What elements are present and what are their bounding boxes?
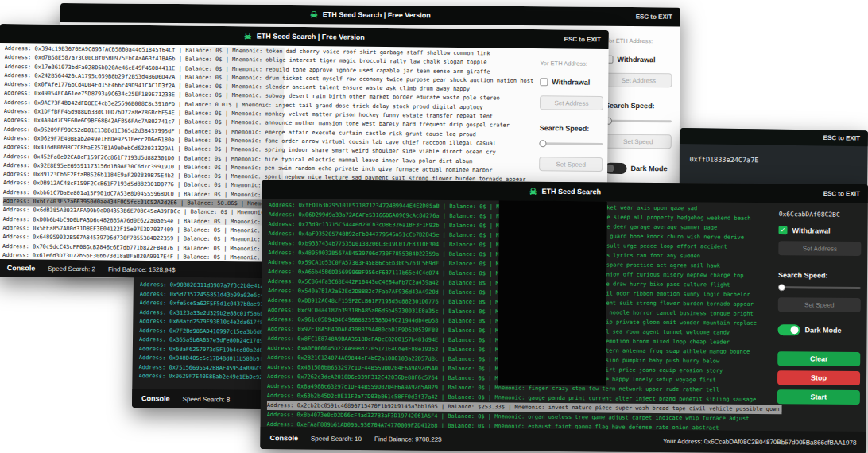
dark-mode-row: Dark Mode xyxy=(777,324,860,336)
speed-slider[interactable] xyxy=(778,284,861,292)
withdrawal-row: ✓ Withdrawal xyxy=(778,226,861,235)
eth-address-label: Yor ETH Address: xyxy=(606,37,672,45)
withdrawal-checkbox[interactable] xyxy=(540,78,548,86)
withdrawal-label: Withdrawal xyxy=(792,226,830,234)
speed-slider[interactable] xyxy=(539,140,603,148)
speed-search-status: Speed Search: 2 xyxy=(48,265,95,273)
esc-hint: ESC to EXIT xyxy=(823,134,860,142)
set-address-button[interactable]: Set Address xyxy=(778,241,861,256)
console-label: Console xyxy=(141,394,170,402)
window-title: ETH Seed Search xyxy=(542,188,602,196)
find-balance-value: 1528.94$ xyxy=(149,265,175,273)
titlebar-mini: ESC to EXIT xyxy=(680,128,868,146)
speed-search-value: 2 xyxy=(91,265,95,273)
withdrawal-row: Withdrawal xyxy=(540,78,603,87)
search-speed-label: Search Speed: xyxy=(605,102,672,110)
skull-logo-icon: ☠ xyxy=(244,32,252,41)
withdrawal-row: Withdrawal xyxy=(605,56,672,64)
slider-track xyxy=(605,120,672,123)
toggle-knob xyxy=(790,326,798,334)
window-title: ETH Seed Search | Free Version xyxy=(257,32,365,41)
console-bar-front: Console Speed Search: 10 Find Balance: 9… xyxy=(260,427,866,453)
withdrawal-label: Withdrawal xyxy=(617,56,655,64)
speed-search-status: Speed Search: 10 xyxy=(311,435,362,443)
withdrawal-label: Withdrawal xyxy=(552,78,590,87)
set-address-button[interactable]: Set Address xyxy=(605,73,672,88)
dark-mode-toggle[interactable] xyxy=(605,163,627,174)
titlebar-front: ☠ ETH Seed Search ESC to EXIT xyxy=(262,180,868,203)
dark-mode-toggle[interactable] xyxy=(777,324,800,335)
slider-track xyxy=(539,142,603,145)
speed-search-value: 10 xyxy=(355,435,362,442)
your-address-status: Your Address: 0x6CcabDAf08C2B04870Bb57d0… xyxy=(663,437,857,446)
sidebar-back: Yor ETH Address: Withdrawal Set Address … xyxy=(604,37,672,184)
slider-track xyxy=(778,286,861,289)
slider-knob[interactable] xyxy=(778,284,785,291)
titlebar-back: ☠ ETH Seed Search | Free Version ESC to … xyxy=(60,3,680,26)
window-title: ETH Seed Search | Free Version xyxy=(323,10,431,19)
slider-knob[interactable] xyxy=(539,140,546,147)
clear-button[interactable]: Clear xyxy=(777,351,860,366)
redacted-area xyxy=(498,200,607,385)
esc-hint: ESC to EXIT xyxy=(636,14,672,21)
set-speed-button[interactable]: Set Speed xyxy=(605,134,672,149)
set-speed-button[interactable]: Set Speed xyxy=(778,297,861,312)
find-balance-value: 9708.22$ xyxy=(415,436,441,443)
desktop: ☠ ETH Seed Search | Free Version ESC to … xyxy=(0,0,868,453)
search-speed-label: Search Speed: xyxy=(778,271,861,280)
find-balance-status: Find Balance: 1528.94$ xyxy=(108,265,176,273)
console-label: Console xyxy=(269,434,298,442)
your-eth-address: 0x6CcabDAf08C2BC xyxy=(779,211,862,219)
skull-logo-icon: ☠ xyxy=(529,187,537,196)
sidebar-front: 0x6CcabDAf08C2BC ✓ Withdrawal Set Addres… xyxy=(777,211,862,409)
skull-logo-icon: ☠ xyxy=(310,10,318,19)
dark-mode-label: Dark Mode xyxy=(631,165,668,172)
search-speed-label: Search Speed: xyxy=(540,124,603,133)
dark-mode-row: Dark Mode xyxy=(605,163,672,175)
dark-mode-label: Dark Mode xyxy=(804,326,841,334)
find-balance-status: Find Balance: 9708.22$ xyxy=(374,436,442,443)
stop-button[interactable]: Stop xyxy=(777,370,860,385)
your-address-value: 0x6CcabDAf08C2B04870Bb57d005Ba866dfBAA19… xyxy=(704,438,857,447)
speed-search-status: Speed Search: 8 xyxy=(183,395,231,403)
esc-hint: ESC to EXIT xyxy=(564,36,601,43)
esc-hint: ESC to EXIT xyxy=(823,190,860,197)
speed-slider[interactable] xyxy=(605,118,672,126)
withdrawal-checkbox[interactable]: ✓ xyxy=(778,226,787,234)
eth-address-value: 0xffD1833e24C7a7E xyxy=(689,155,758,164)
window-front: ☠ ETH Seed Search ESC to EXIT Address: 0… xyxy=(260,180,868,453)
eth-address-label: Yor ETH Address: xyxy=(540,60,603,68)
set-speed-button[interactable]: Set Speed xyxy=(539,157,603,172)
speed-search-value: 8 xyxy=(227,396,231,403)
set-address-button[interactable]: Set Address xyxy=(540,95,603,110)
start-button[interactable]: Start xyxy=(777,389,860,405)
console-label: Console xyxy=(7,264,36,272)
